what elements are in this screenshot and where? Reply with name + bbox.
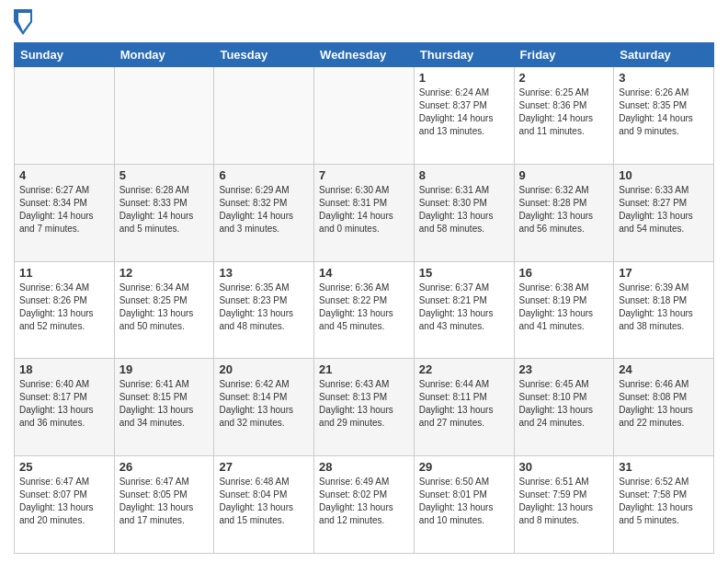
day-info: Sunrise: 6:29 AMSunset: 8:32 PMDaylight:… bbox=[219, 184, 309, 236]
day-info: Sunrise: 6:39 AMSunset: 8:18 PMDaylight:… bbox=[619, 282, 709, 333]
calendar-header-friday: Friday bbox=[514, 43, 614, 67]
calendar-cell: 23Sunrise: 6:45 AMSunset: 8:10 PMDayligh… bbox=[514, 359, 614, 456]
day-number: 11 bbox=[19, 266, 109, 280]
day-info: Sunrise: 6:34 AMSunset: 8:25 PMDaylight:… bbox=[119, 282, 210, 333]
calendar-cell: 21Sunrise: 6:43 AMSunset: 8:13 PMDayligh… bbox=[314, 359, 415, 456]
day-number: 5 bbox=[119, 168, 210, 182]
calendar-cell: 16Sunrise: 6:38 AMSunset: 8:19 PMDayligh… bbox=[514, 261, 614, 359]
calendar-cell: 15Sunrise: 6:37 AMSunset: 8:21 PMDayligh… bbox=[414, 261, 514, 359]
calendar-cell: 31Sunrise: 6:52 AMSunset: 7:58 PMDayligh… bbox=[614, 456, 714, 554]
calendar-header-row: SundayMondayTuesdayWednesdayThursdayFrid… bbox=[15, 43, 714, 67]
day-info: Sunrise: 6:48 AMSunset: 8:04 PMDaylight:… bbox=[219, 476, 309, 527]
day-number: 31 bbox=[619, 460, 709, 474]
day-number: 6 bbox=[219, 168, 309, 182]
day-info: Sunrise: 6:49 AMSunset: 8:02 PMDaylight:… bbox=[319, 476, 409, 527]
day-number: 12 bbox=[119, 266, 210, 280]
calendar-cell: 22Sunrise: 6:44 AMSunset: 8:11 PMDayligh… bbox=[414, 359, 514, 456]
calendar-header-tuesday: Tuesday bbox=[214, 43, 314, 67]
calendar-cell: 30Sunrise: 6:51 AMSunset: 7:59 PMDayligh… bbox=[514, 456, 614, 554]
logo-icon bbox=[14, 9, 32, 35]
calendar-cell: 19Sunrise: 6:41 AMSunset: 8:15 PMDayligh… bbox=[114, 359, 214, 456]
calendar-table: SundayMondayTuesdayWednesdayThursdayFrid… bbox=[14, 42, 714, 554]
calendar-cell bbox=[114, 67, 214, 165]
day-info: Sunrise: 6:43 AMSunset: 8:13 PMDaylight:… bbox=[319, 378, 409, 430]
calendar-cell: 13Sunrise: 6:35 AMSunset: 8:23 PMDayligh… bbox=[214, 261, 314, 359]
day-info: Sunrise: 6:37 AMSunset: 8:21 PMDaylight:… bbox=[419, 282, 509, 333]
day-number: 21 bbox=[319, 362, 409, 376]
day-info: Sunrise: 6:52 AMSunset: 7:58 PMDaylight:… bbox=[619, 476, 709, 527]
calendar-header-monday: Monday bbox=[114, 43, 214, 67]
calendar-cell: 7Sunrise: 6:30 AMSunset: 8:31 PMDaylight… bbox=[314, 164, 415, 261]
calendar-week-5: 25Sunrise: 6:47 AMSunset: 8:07 PMDayligh… bbox=[15, 456, 714, 554]
day-info: Sunrise: 6:30 AMSunset: 8:31 PMDaylight:… bbox=[319, 184, 409, 236]
day-number: 29 bbox=[419, 460, 509, 474]
calendar-cell bbox=[314, 67, 415, 165]
calendar-cell: 6Sunrise: 6:29 AMSunset: 8:32 PMDaylight… bbox=[214, 164, 314, 261]
day-info: Sunrise: 6:33 AMSunset: 8:27 PMDaylight:… bbox=[619, 184, 709, 236]
day-number: 22 bbox=[419, 362, 509, 376]
calendar-header-wednesday: Wednesday bbox=[314, 43, 415, 67]
calendar-header-saturday: Saturday bbox=[614, 43, 714, 67]
day-info: Sunrise: 6:27 AMSunset: 8:34 PMDaylight:… bbox=[19, 184, 109, 236]
day-info: Sunrise: 6:51 AMSunset: 7:59 PMDaylight:… bbox=[519, 476, 609, 527]
day-info: Sunrise: 6:40 AMSunset: 8:17 PMDaylight:… bbox=[19, 378, 109, 430]
calendar-cell: 24Sunrise: 6:46 AMSunset: 8:08 PMDayligh… bbox=[614, 359, 714, 456]
day-number: 15 bbox=[419, 266, 509, 280]
day-number: 2 bbox=[519, 71, 609, 85]
day-info: Sunrise: 6:46 AMSunset: 8:08 PMDaylight:… bbox=[619, 378, 709, 430]
calendar-cell: 8Sunrise: 6:31 AMSunset: 8:30 PMDaylight… bbox=[414, 164, 514, 261]
day-info: Sunrise: 6:42 AMSunset: 8:14 PMDaylight:… bbox=[219, 378, 309, 430]
day-info: Sunrise: 6:34 AMSunset: 8:26 PMDaylight:… bbox=[19, 282, 109, 333]
day-number: 25 bbox=[19, 460, 109, 474]
calendar-cell: 14Sunrise: 6:36 AMSunset: 8:22 PMDayligh… bbox=[314, 261, 415, 359]
calendar-cell: 2Sunrise: 6:25 AMSunset: 8:36 PMDaylight… bbox=[514, 67, 614, 165]
day-info: Sunrise: 6:45 AMSunset: 8:10 PMDaylight:… bbox=[519, 378, 609, 430]
calendar-cell: 17Sunrise: 6:39 AMSunset: 8:18 PMDayligh… bbox=[614, 261, 714, 359]
calendar-cell: 12Sunrise: 6:34 AMSunset: 8:25 PMDayligh… bbox=[114, 261, 214, 359]
day-number: 19 bbox=[119, 362, 210, 376]
calendar-week-1: 1Sunrise: 6:24 AMSunset: 8:37 PMDaylight… bbox=[15, 67, 714, 165]
day-info: Sunrise: 6:32 AMSunset: 8:28 PMDaylight:… bbox=[519, 184, 609, 236]
day-number: 4 bbox=[19, 168, 109, 182]
calendar-cell: 1Sunrise: 6:24 AMSunset: 8:37 PMDaylight… bbox=[414, 67, 514, 165]
day-info: Sunrise: 6:24 AMSunset: 8:37 PMDaylight:… bbox=[419, 86, 509, 138]
calendar-cell: 29Sunrise: 6:50 AMSunset: 8:01 PMDayligh… bbox=[414, 456, 514, 554]
logo bbox=[14, 9, 36, 35]
calendar-header-sunday: Sunday bbox=[15, 43, 115, 67]
day-number: 20 bbox=[219, 362, 309, 376]
calendar-cell: 5Sunrise: 6:28 AMSunset: 8:33 PMDaylight… bbox=[114, 164, 214, 261]
calendar-cell: 20Sunrise: 6:42 AMSunset: 8:14 PMDayligh… bbox=[214, 359, 314, 456]
day-number: 9 bbox=[519, 168, 609, 182]
calendar-cell bbox=[214, 67, 314, 165]
day-info: Sunrise: 6:47 AMSunset: 8:07 PMDaylight:… bbox=[19, 476, 109, 527]
header bbox=[14, 9, 714, 35]
day-number: 8 bbox=[419, 168, 509, 182]
day-number: 27 bbox=[219, 460, 309, 474]
day-number: 28 bbox=[319, 460, 409, 474]
day-number: 3 bbox=[619, 71, 709, 85]
calendar-cell bbox=[15, 67, 115, 165]
day-number: 7 bbox=[319, 168, 409, 182]
day-info: Sunrise: 6:35 AMSunset: 8:23 PMDaylight:… bbox=[219, 282, 309, 333]
calendar-cell: 11Sunrise: 6:34 AMSunset: 8:26 PMDayligh… bbox=[15, 261, 115, 359]
day-info: Sunrise: 6:41 AMSunset: 8:15 PMDaylight:… bbox=[119, 378, 210, 430]
calendar-cell: 10Sunrise: 6:33 AMSunset: 8:27 PMDayligh… bbox=[614, 164, 714, 261]
day-info: Sunrise: 6:25 AMSunset: 8:36 PMDaylight:… bbox=[519, 86, 609, 138]
day-number: 24 bbox=[619, 362, 709, 376]
calendar-cell: 27Sunrise: 6:48 AMSunset: 8:04 PMDayligh… bbox=[214, 456, 314, 554]
day-number: 1 bbox=[419, 71, 509, 85]
day-info: Sunrise: 6:31 AMSunset: 8:30 PMDaylight:… bbox=[419, 184, 509, 236]
calendar-cell: 28Sunrise: 6:49 AMSunset: 8:02 PMDayligh… bbox=[314, 456, 415, 554]
calendar-cell: 3Sunrise: 6:26 AMSunset: 8:35 PMDaylight… bbox=[614, 67, 714, 165]
day-info: Sunrise: 6:38 AMSunset: 8:19 PMDaylight:… bbox=[519, 282, 609, 333]
calendar-cell: 18Sunrise: 6:40 AMSunset: 8:17 PMDayligh… bbox=[15, 359, 115, 456]
day-number: 13 bbox=[219, 266, 309, 280]
day-number: 14 bbox=[319, 266, 409, 280]
calendar-cell: 26Sunrise: 6:47 AMSunset: 8:05 PMDayligh… bbox=[114, 456, 214, 554]
calendar-cell: 9Sunrise: 6:32 AMSunset: 8:28 PMDaylight… bbox=[514, 164, 614, 261]
day-number: 18 bbox=[19, 362, 109, 376]
page: SundayMondayTuesdayWednesdayThursdayFrid… bbox=[0, 0, 728, 563]
day-number: 26 bbox=[119, 460, 210, 474]
day-info: Sunrise: 6:36 AMSunset: 8:22 PMDaylight:… bbox=[319, 282, 409, 333]
calendar-cell: 25Sunrise: 6:47 AMSunset: 8:07 PMDayligh… bbox=[15, 456, 115, 554]
